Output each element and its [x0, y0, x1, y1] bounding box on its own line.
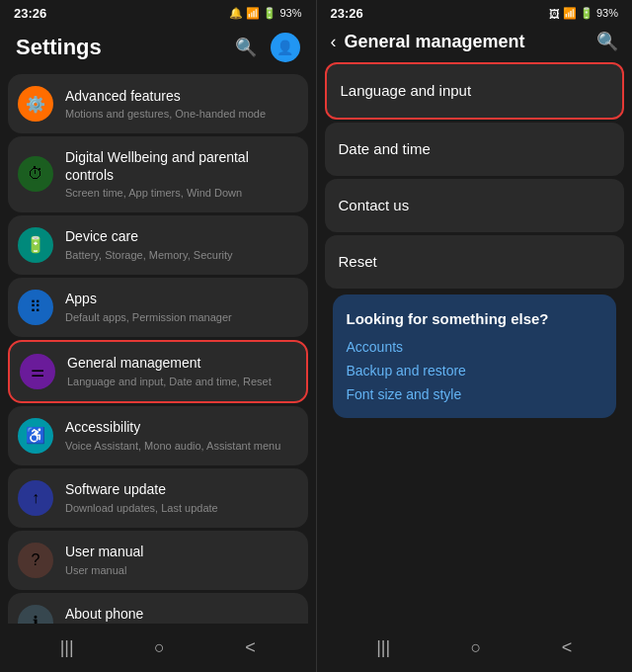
icon-glyph: ⚙️ [26, 95, 45, 114]
left-panel: 23:26 🔔 📶 🔋 93% Settings 🔍 👤 ⚙️ Advanced… [0, 0, 316, 672]
right-header: ‹ General management 🔍 [317, 25, 633, 62]
recent-apps-button[interactable]: ||| [44, 633, 90, 662]
item-icon-user-manual: ? [18, 543, 53, 578]
item-text-device-care: Device care Battery, Storage, Memory, Se… [65, 227, 298, 261]
menu-item-reset[interactable]: Reset [325, 235, 625, 289]
looking-for-box: Looking for something else?AccountsBacku… [333, 294, 617, 418]
item-text-advanced-features: Advanced features Motions and gestures, … [65, 87, 298, 121]
item-title-about-phone: About phone [65, 605, 298, 623]
right-nav-bar: ||| ○ < [317, 624, 633, 672]
item-title-advanced-features: Advanced features [65, 87, 298, 105]
item-subtitle-apps: Default apps, Permission manager [65, 310, 298, 324]
item-icon-general-management: ⚌ [20, 354, 55, 389]
left-header-icons: 🔍 👤 [235, 33, 300, 62]
right-header-left: ‹ General management [331, 32, 525, 52]
menu-item-contact-us[interactable]: Contact us [325, 179, 625, 232]
battery-icon: 🔋 93% [580, 7, 618, 20]
home-button[interactable]: ○ [138, 633, 181, 662]
right-search-icon[interactable]: 🔍 [596, 31, 618, 52]
left-header-title: Settings [16, 35, 102, 60]
right-recent-apps-button[interactable]: ||| [360, 633, 406, 662]
item-title-accessibility: Accessibility [65, 418, 298, 436]
left-nav-bar: ||| ○ < [0, 624, 316, 672]
item-text-user-manual: User manual User manual [65, 543, 298, 576]
item-subtitle-digital-wellbeing: Screen time, App timers, Wind Down [65, 186, 298, 200]
icon-glyph: ♿ [26, 426, 45, 445]
icon-glyph: ⚌ [31, 362, 44, 380]
settings-list: ⚙️ Advanced features Motions and gesture… [0, 74, 316, 624]
item-title-digital-wellbeing: Digital Wellbeing and parental controls [65, 148, 298, 184]
item-text-about-phone: About phone Status, Legal information, P… [65, 605, 298, 624]
search-icon[interactable]: 🔍 [235, 37, 257, 58]
right-back-button[interactable]: < [546, 633, 589, 662]
icon-glyph: ↑ [32, 489, 40, 507]
left-header: Settings 🔍 👤 [0, 25, 316, 74]
right-header-title: General management [345, 32, 525, 52]
item-subtitle-user-manual: User manual [65, 563, 298, 577]
item-title-general-management: General management [67, 354, 296, 372]
icon-glyph: ? [32, 551, 40, 569]
menu-item-date-time[interactable]: Date and time [325, 123, 625, 176]
item-subtitle-software-update: Download updates, Last update [65, 501, 298, 515]
looking-link-accounts[interactable]: Accounts [347, 339, 603, 355]
menu-item-label-date-time: Date and time [339, 140, 431, 157]
item-subtitle-advanced-features: Motions and gestures, One-handed mode [65, 107, 298, 121]
settings-item-general-management[interactable]: ⚌ General management Language and input,… [8, 340, 308, 403]
right-status-time: 23:26 [331, 6, 363, 21]
icon-glyph: ⏱ [28, 165, 43, 183]
signal-icon: 📶 [246, 7, 260, 20]
item-text-software-update: Software update Download updates, Last u… [65, 480, 298, 514]
item-subtitle-device-care: Battery, Storage, Memory, Security [65, 248, 298, 262]
item-icon-about-phone: ℹ [18, 605, 53, 624]
item-title-software-update: Software update [65, 480, 298, 498]
item-title-user-manual: User manual [65, 543, 298, 560]
settings-item-software-update[interactable]: ↑ Software update Download updates, Last… [8, 468, 308, 528]
item-text-accessibility: Accessibility Voice Assistant, Mono audi… [65, 418, 298, 452]
avatar-icon: 👤 [276, 40, 293, 55]
item-subtitle-general-management: Language and input, Date and time, Reset [67, 375, 296, 388]
left-status-icons: 🔔 📶 🔋 93% [229, 7, 301, 20]
settings-item-digital-wellbeing[interactable]: ⏱ Digital Wellbeing and parental control… [8, 136, 308, 212]
screenshot-icon: 🖼 [549, 8, 560, 20]
right-status-icons: 🖼 📶 🔋 93% [549, 7, 618, 20]
menu-item-label-contact-us: Contact us [339, 197, 410, 213]
looking-link-font-size[interactable]: Font size and style [347, 386, 603, 402]
left-status-bar: 23:26 🔔 📶 🔋 93% [0, 0, 316, 25]
signal-icon: 📶 [563, 7, 577, 20]
item-text-digital-wellbeing: Digital Wellbeing and parental controls … [65, 148, 298, 201]
item-icon-device-care: 🔋 [18, 227, 53, 263]
sound-icon: 🔔 [229, 7, 243, 20]
item-text-general-management: General management Language and input, D… [67, 354, 296, 387]
menu-item-label-language-input: Language and input [341, 82, 472, 99]
settings-item-user-manual[interactable]: ? User manual User manual [8, 531, 308, 590]
right-panel: 23:26 🖼 📶 🔋 93% ‹ General management 🔍 L… [317, 0, 633, 672]
item-title-device-care: Device care [65, 227, 298, 245]
right-status-bar: 23:26 🖼 📶 🔋 93% [317, 0, 633, 25]
right-menu: Language and inputDate and timeContact u… [317, 62, 633, 624]
settings-item-advanced-features[interactable]: ⚙️ Advanced features Motions and gesture… [8, 74, 308, 133]
right-home-button[interactable]: ○ [455, 633, 498, 662]
item-icon-digital-wellbeing: ⏱ [18, 156, 53, 192]
item-icon-advanced-features: ⚙️ [18, 86, 53, 122]
item-title-apps: Apps [65, 290, 298, 307]
icon-glyph: 🔋 [26, 235, 45, 254]
item-text-apps: Apps Default apps, Permission manager [65, 290, 298, 323]
back-arrow-icon[interactable]: ‹ [331, 32, 337, 52]
back-button[interactable]: < [229, 633, 272, 662]
item-icon-apps: ⠿ [18, 290, 53, 325]
icon-glyph: ℹ [33, 613, 39, 624]
looking-for-title: Looking for something else? [347, 310, 603, 327]
left-status-time: 23:26 [14, 6, 46, 21]
settings-item-accessibility[interactable]: ♿ Accessibility Voice Assistant, Mono au… [8, 406, 308, 465]
item-icon-software-update: ↑ [18, 480, 53, 516]
icon-glyph: ⠿ [30, 297, 41, 316]
avatar[interactable]: 👤 [271, 33, 300, 62]
item-icon-accessibility: ♿ [18, 418, 53, 454]
settings-item-about-phone[interactable]: ℹ About phone Status, Legal information,… [8, 593, 308, 624]
menu-item-language-input[interactable]: Language and input [325, 62, 625, 120]
settings-item-apps[interactable]: ⠿ Apps Default apps, Permission manager [8, 278, 308, 337]
menu-item-label-reset: Reset [339, 253, 377, 270]
looking-link-backup-restore[interactable]: Backup and restore [347, 363, 603, 378]
item-subtitle-accessibility: Voice Assistant, Mono audio, Assistant m… [65, 439, 298, 453]
settings-item-device-care[interactable]: 🔋 Device care Battery, Storage, Memory, … [8, 215, 308, 275]
